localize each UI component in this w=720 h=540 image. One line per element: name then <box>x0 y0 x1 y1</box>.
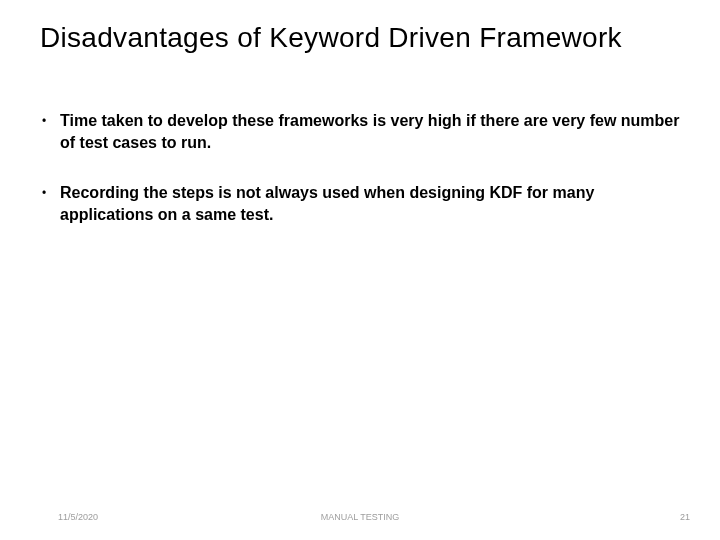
bullet-icon: • <box>40 182 60 204</box>
bullet-icon: • <box>40 110 60 132</box>
bullet-text: Time taken to develop these frameworks i… <box>60 110 680 154</box>
slide-title: Disadvantages of Keyword Driven Framewor… <box>40 22 700 54</box>
slide-content: • Time taken to develop these frameworks… <box>40 110 680 254</box>
list-item: • Time taken to develop these frameworks… <box>40 110 680 154</box>
slide-footer: 11/5/2020 MANUAL TESTING 21 <box>0 506 720 522</box>
list-item: • Recording the steps is not always used… <box>40 182 680 226</box>
footer-page-number: 21 <box>680 512 690 522</box>
slide: Disadvantages of Keyword Driven Framewor… <box>0 0 720 540</box>
footer-center: MANUAL TESTING <box>0 512 720 522</box>
bullet-text: Recording the steps is not always used w… <box>60 182 680 226</box>
